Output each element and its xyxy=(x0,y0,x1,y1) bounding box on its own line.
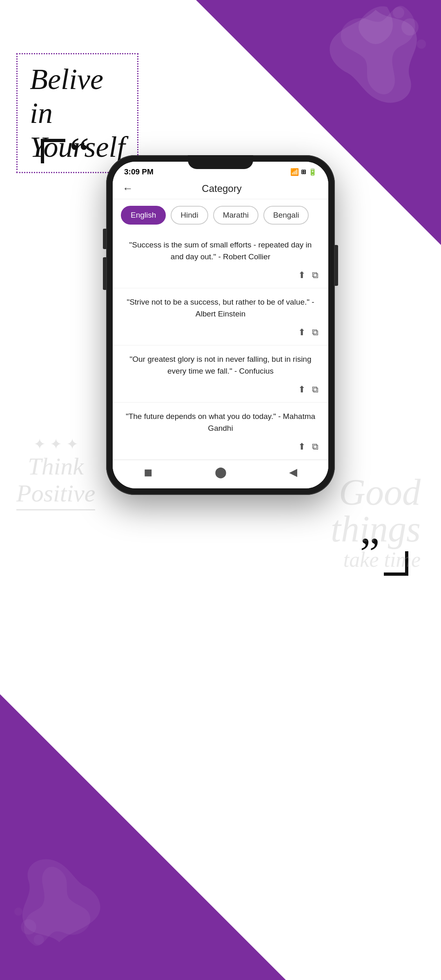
quote-card-4: "The future depends on what you do today… xyxy=(113,403,328,460)
bracket-corner-open-icon xyxy=(41,139,65,163)
open-quote-icon: “ xyxy=(69,131,89,176)
tab-bengali[interactable]: Bengali xyxy=(263,206,309,225)
bottom-nav: ◼ ⬤ ◀ xyxy=(113,460,328,487)
quote-card-3: "Our greatest glory is not in never fall… xyxy=(113,345,328,403)
quote-card-2: "Strive not to be a success, but rather … xyxy=(113,288,328,345)
svg-point-0 xyxy=(401,18,419,36)
nav-home-icon[interactable]: ⬤ xyxy=(215,466,227,479)
side-button-volume-mute xyxy=(103,229,106,249)
signal-icon: 📶 xyxy=(290,168,299,176)
copy-button-1[interactable]: ⧉ xyxy=(312,270,318,281)
phone-screen: 3:09 PM 📶 ⊞ 🔋 ← Category English Hindi xyxy=(113,162,328,488)
nav-stop-icon[interactable]: ◼ xyxy=(144,466,153,479)
open-quote-bracket: “ xyxy=(41,139,89,176)
good-things-text: Good things take time xyxy=(331,474,421,572)
quote-text-4: "The future depends on what you do today… xyxy=(122,411,318,434)
tab-hindi[interactable]: Hindi xyxy=(171,206,208,225)
copy-button-3[interactable]: ⧉ xyxy=(312,384,318,395)
svg-point-3 xyxy=(21,919,36,935)
quote-actions-1: ⬆ ⧉ xyxy=(122,267,318,285)
share-button-3[interactable]: ⬆ xyxy=(298,384,305,395)
take-time-text: take time xyxy=(331,548,421,572)
tab-marathi[interactable]: Marathi xyxy=(213,206,258,225)
sun-icon: ✦ ✦ ✦ xyxy=(16,436,95,453)
copy-button-2[interactable]: ⧉ xyxy=(312,327,318,338)
think-positive-text: Think Positive xyxy=(16,453,95,507)
page-title: Category xyxy=(137,183,306,194)
share-button-2[interactable]: ⬆ xyxy=(298,327,305,338)
things-text: things xyxy=(331,511,421,548)
wifi-icon: ⊞ xyxy=(301,168,306,176)
think-positive-line xyxy=(16,509,95,510)
good-text: Good xyxy=(331,474,421,511)
quote-text-3: "Our greatest glory is not in never fall… xyxy=(122,354,318,377)
quote-actions-3: ⬆ ⧉ xyxy=(122,382,318,399)
status-time: 3:09 PM xyxy=(124,167,154,176)
svg-point-5 xyxy=(14,908,22,916)
back-button[interactable]: ← xyxy=(122,182,133,195)
status-icons: 📶 ⊞ 🔋 xyxy=(290,168,317,176)
share-button-4[interactable]: ⬆ xyxy=(298,441,305,452)
side-button-power xyxy=(335,245,338,286)
quote-text-1: "Success is the sum of small efforts - r… xyxy=(122,239,318,263)
tab-english[interactable]: English xyxy=(121,206,166,225)
svg-point-2 xyxy=(417,40,426,49)
phone-frame: 3:09 PM 📶 ⊞ 🔋 ← Category English Hindi xyxy=(106,155,335,495)
notch xyxy=(188,155,253,169)
floral-top-right xyxy=(318,4,433,118)
svg-point-1 xyxy=(393,7,404,18)
quote-card-1: "Success is the sum of small efforts - r… xyxy=(113,231,328,288)
floral-bottom-left xyxy=(8,845,110,947)
svg-point-4 xyxy=(34,935,44,945)
app-content: ← Category English Hindi Marathi Bengali… xyxy=(113,178,328,488)
side-button-volume xyxy=(103,257,106,290)
quote-actions-4: ⬆ ⧉ xyxy=(122,439,318,456)
think-positive-watermark: ✦ ✦ ✦ Think Positive xyxy=(16,436,95,510)
language-tabs: English Hindi Marathi Bengali xyxy=(113,199,328,231)
quote-text-2: "Strive not to be a success, but rather … xyxy=(122,296,318,320)
nav-back-icon[interactable]: ◀ xyxy=(289,466,297,479)
quote-actions-2: ⬆ ⧉ xyxy=(122,325,318,342)
phone-mockup: 3:09 PM 📶 ⊞ 🔋 ← Category English Hindi xyxy=(106,155,335,495)
app-header: ← Category xyxy=(113,178,328,199)
share-button-1[interactable]: ⬆ xyxy=(298,270,305,281)
copy-button-4[interactable]: ⧉ xyxy=(312,441,318,452)
battery-icon: 🔋 xyxy=(308,168,317,176)
